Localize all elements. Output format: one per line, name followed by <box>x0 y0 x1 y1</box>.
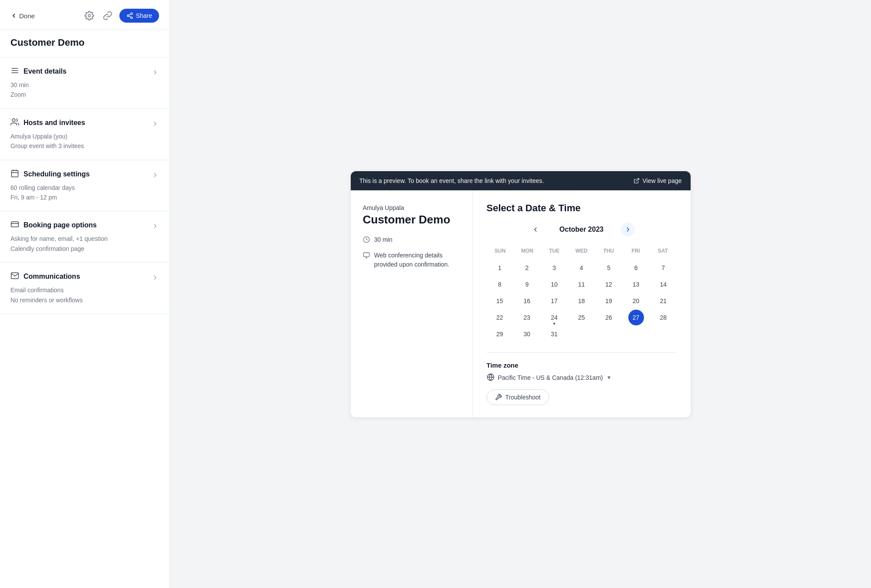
event-details-row[interactable]: Event details <box>10 66 159 80</box>
booking-title: Booking page options <box>24 221 97 229</box>
link-button[interactable] <box>101 9 114 22</box>
conferencing-text: Web conferencing details provided upon c… <box>374 251 460 269</box>
calendar-day[interactable]: 28 <box>655 310 671 325</box>
day-header-wed: WED <box>568 245 595 257</box>
calendar-week: 1234567 <box>487 260 677 276</box>
event-details-title: Event details <box>24 68 67 75</box>
organizer-name: Amulya Uppala <box>363 204 460 211</box>
gear-icon <box>85 11 94 20</box>
conferencing-row: Web conferencing details provided upon c… <box>363 251 460 269</box>
communications-reminders: No reminders or workflows <box>10 295 159 305</box>
hosts-invitees-row[interactable]: Hosts and invitees <box>10 118 159 132</box>
svg-rect-14 <box>11 222 19 227</box>
calendar-day[interactable]: 19 <box>601 293 617 309</box>
calendar-day[interactable]: 1 <box>492 260 508 276</box>
calendar-week: 15161718192021 <box>487 293 677 309</box>
calendar-weeks: 1234567891011121314151617181920212223242… <box>487 260 677 342</box>
clock-icon <box>363 236 370 245</box>
share-label: Share <box>136 12 152 19</box>
hosts-name: Amulya Uppala (you) <box>10 132 159 141</box>
next-month-button[interactable] <box>621 223 635 237</box>
calendar-week: 891011121314 <box>487 277 677 292</box>
calendar-week: 293031 <box>487 326 677 342</box>
calendar-day[interactable]: 10 <box>546 277 562 292</box>
day-header-sun: SUN <box>487 245 514 257</box>
calendar-icon <box>10 169 19 179</box>
sidebar-header-left: Done <box>10 12 35 20</box>
svg-rect-10 <box>12 170 18 177</box>
calendar-day[interactable]: 20 <box>628 293 644 309</box>
back-button[interactable]: Done <box>10 12 35 20</box>
calendar-days-header: SUN MON TUE WED THU FRI SAT <box>487 245 677 257</box>
calendar-day[interactable]: 12 <box>601 277 617 292</box>
sidebar-header-right: Share <box>83 9 159 23</box>
day-header-mon: MON <box>514 245 541 257</box>
communications-email: Email confirmations <box>10 285 159 295</box>
calendar-day[interactable]: 22 <box>492 310 508 325</box>
calendar-day[interactable]: 31 <box>546 326 562 342</box>
calendar-day[interactable]: 14 <box>655 277 671 292</box>
timezone-section: Time zone Pacific Time - US & Canada (12… <box>487 352 677 405</box>
view-live-link[interactable]: View live page <box>634 177 681 184</box>
booking-confirmation: Calendly confirmation page <box>10 244 159 253</box>
scheduling-row[interactable]: Scheduling settings <box>10 169 159 183</box>
day-header-thu: THU <box>595 245 622 257</box>
scheduling-hours: Fri, 9 am - 12 pm <box>10 193 159 202</box>
calendar-day[interactable]: 3 <box>546 260 562 276</box>
timezone-value: Pacific Time - US & Canada (12:31am) <box>498 374 603 381</box>
section-hosts-invitees: Hosts and invitees Amulya Uppala (you) G… <box>0 109 169 160</box>
calendar-day[interactable]: 2 <box>519 260 535 276</box>
users-icon <box>10 118 19 128</box>
booking-questions: Asking for name, email, +1 question <box>10 234 159 243</box>
share-button[interactable]: Share <box>119 9 159 23</box>
calendar-day[interactable]: 9 <box>519 277 535 292</box>
calendar-day[interactable]: 15 <box>492 293 508 309</box>
calendar-day[interactable]: 4 <box>573 260 589 276</box>
hosts-group-info: Group event with 3 invitees <box>10 141 159 151</box>
section-header-hosts: Hosts and invitees <box>10 118 85 128</box>
timezone-selector[interactable]: Pacific Time - US & Canada (12:31am) ▼ <box>487 373 677 382</box>
calendar-day[interactable]: 11 <box>573 277 589 292</box>
calendar-day[interactable]: 25 <box>573 310 589 325</box>
settings-button[interactable] <box>83 9 96 22</box>
calendar-day[interactable]: 30 <box>519 326 535 342</box>
svg-point-0 <box>88 14 91 17</box>
calendar-week: 22232425262728 <box>487 310 677 325</box>
section-scheduling: Scheduling settings 60 rolling calendar … <box>0 160 169 212</box>
booking-row[interactable]: Booking page options <box>10 220 159 234</box>
calendar-day[interactable]: 16 <box>519 293 535 309</box>
communications-title: Communications <box>24 273 80 280</box>
sidebar-header: Done <box>0 0 169 30</box>
communications-row[interactable]: Communications <box>10 271 159 285</box>
preview-body: Amulya Uppala Customer Demo 30 min <box>351 190 691 417</box>
svg-rect-18 <box>363 253 369 257</box>
calendar-day[interactable]: 27 <box>628 310 644 325</box>
troubleshoot-button[interactable]: Troubleshoot <box>487 389 549 405</box>
calendar-day[interactable]: 7 <box>655 260 671 276</box>
calendar-day[interactable]: 21 <box>655 293 671 309</box>
svg-point-2 <box>127 15 129 17</box>
globe-icon <box>487 373 495 382</box>
duration-row: 30 min <box>363 235 460 245</box>
prev-month-button[interactable] <box>529 223 542 237</box>
calendar-day[interactable]: 13 <box>628 277 644 292</box>
calendar-day[interactable]: 24 <box>546 310 562 325</box>
calendar-day[interactable]: 18 <box>573 293 589 309</box>
section-header-communications: Communications <box>10 271 80 282</box>
calendar-day[interactable]: 8 <box>492 277 508 292</box>
calendar-day[interactable]: 26 <box>601 310 617 325</box>
calendar-day[interactable]: 17 <box>546 293 562 309</box>
svg-line-16 <box>636 178 639 181</box>
calendar-day <box>655 326 671 342</box>
svg-point-1 <box>131 13 132 14</box>
wrench-icon <box>495 394 502 401</box>
calendar-day[interactable]: 29 <box>492 326 508 342</box>
svg-line-4 <box>129 16 131 17</box>
external-link-icon <box>634 178 640 184</box>
calendar-day[interactable]: 5 <box>601 260 617 276</box>
section-booking: Booking page options Asking for name, em… <box>0 211 169 263</box>
calendar-day[interactable]: 23 <box>519 310 535 325</box>
calendar-day <box>601 326 617 342</box>
calendar-day[interactable]: 6 <box>628 260 644 276</box>
svg-point-3 <box>131 17 132 19</box>
